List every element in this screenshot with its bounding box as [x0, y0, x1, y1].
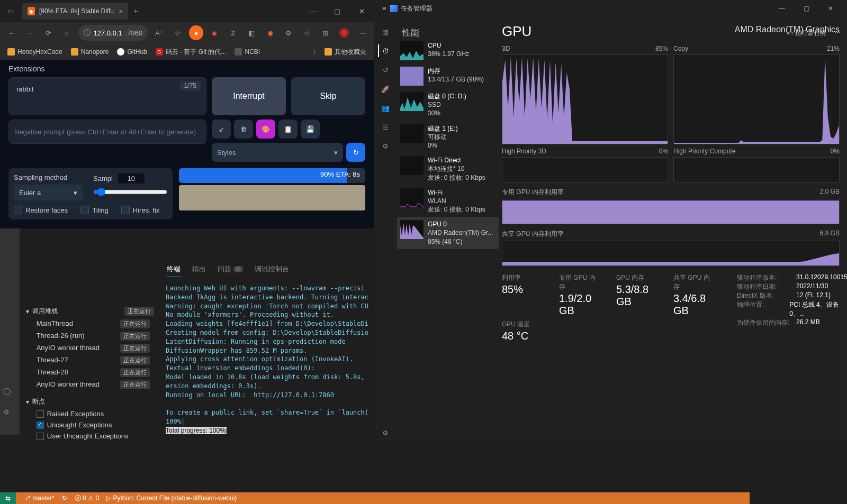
rail-settings-icon[interactable]: ⚙	[379, 426, 392, 439]
trash-tool-icon[interactable]: 🗑	[234, 120, 253, 139]
git-branch[interactable]: ⎇ master*	[23, 494, 55, 502]
tm-close-button[interactable]: ✕	[818, 0, 843, 17]
ext4-icon[interactable]: ◉	[263, 25, 277, 40]
breakpoint-item[interactable]: User Uncaught Exceptions	[26, 430, 154, 442]
tab-terminal[interactable]: 终端	[166, 262, 182, 277]
negative-prompt-input[interactable]: Negative prompt (press Ctrl+Enter or Alt…	[8, 120, 206, 144]
arrow-tool-icon[interactable]: ↙	[212, 120, 231, 139]
new-tab-button[interactable]: ＋	[128, 4, 143, 19]
thread-item[interactable]: Thread-26 (run)正在运行	[26, 330, 154, 342]
steps-value[interactable]: 10	[118, 173, 145, 184]
tm-maximize-button[interactable]: ▢	[794, 0, 818, 17]
tab-output[interactable]: 输出	[191, 262, 207, 277]
thread-item[interactable]: Thread-28正在运行	[26, 366, 154, 379]
bookmark-ncbi[interactable]: NCBI	[231, 47, 263, 57]
rail-history-icon[interactable]: ↺	[379, 63, 392, 76]
breakpoint-item[interactable]: Raised Exceptions	[26, 408, 154, 419]
minimize-button[interactable]: —	[301, 3, 325, 20]
bookmarks-bar: HoneyHexCode Nanopore GitHub G码云 - 基于 Gi…	[0, 43, 374, 60]
sync-icon[interactable]: ↻	[62, 494, 67, 502]
tm-side-Wi-Fi Direct[interactable]: Wi-Fi Direct本地连接* 10发送: 0 接收: 0 Kbps	[397, 153, 499, 185]
bookmark-honeyhexcode[interactable]: HoneyHexCode	[4, 47, 66, 57]
close-button[interactable]: ✕	[349, 3, 374, 20]
home-icon[interactable]: ⌂	[60, 25, 74, 40]
rail-processes-icon[interactable]: ▦	[379, 25, 392, 38]
tm-hamburger-icon[interactable]: ≡	[378, 5, 390, 12]
tm-side-磁盘 0 (C: D:)[interactable]: 磁盘 0 (C: D:)SSD30%	[397, 89, 499, 121]
settings-gear-icon[interactable]: ⚙	[3, 408, 16, 421]
breakpoints-header[interactable]: 断点	[32, 397, 45, 406]
ext5-icon[interactable]: ⚙	[282, 25, 296, 40]
tm-side-GPU 0[interactable]: GPU 0AMD Radeon(TM) Gr...85% (48 °C)	[397, 217, 499, 249]
tm-side-Wi-Fi[interactable]: Wi-FiWLAN发送: 0 接收: 0 Kbps	[397, 185, 499, 217]
hires-checkbox[interactable]	[121, 206, 130, 214]
debug-config-status[interactable]: ▷ Python: Current File (stable-diffusion…	[106, 494, 237, 502]
address-bar[interactable]: ⓘ 127.0.0.1:7860	[78, 25, 148, 41]
menu-icon[interactable]: ⋯	[355, 25, 370, 40]
rail-services-icon[interactable]: ⚙	[379, 140, 392, 152]
rail-performance-icon[interactable]: ⏱	[378, 44, 391, 57]
refresh-styles-icon[interactable]: ↻	[346, 143, 365, 162]
collections-icon[interactable]: ⊞	[318, 25, 332, 40]
favorite-icon[interactable]: ☆	[170, 25, 185, 40]
chevron-down-icon[interactable]: ▾	[26, 308, 29, 315]
ext3-icon[interactable]: ◧	[245, 25, 259, 40]
interrupt-button[interactable]: Interrupt	[212, 77, 286, 115]
tm-side-内存[interactable]: 内存13.4/13.7 GB (98%)	[397, 63, 499, 89]
save-tool-icon[interactable]: 💾	[301, 120, 320, 139]
restore-faces-checkbox[interactable]	[14, 206, 22, 214]
callstack-header[interactable]: 调用堆栈	[32, 307, 58, 316]
thread-item[interactable]: MainThread正在运行	[26, 318, 154, 330]
browser-tab[interactable]: ◆ [90% ETA: 8s] Stable Diffusion ×	[22, 3, 128, 20]
back-icon[interactable]: ←	[4, 25, 19, 40]
thread-item[interactable]: AnyIO worker thread正在运行	[26, 379, 154, 391]
kv-row: 为硬件保留的内存:26.2 MB	[737, 318, 847, 327]
ext1-icon[interactable]: ●	[189, 25, 203, 40]
bookmark-gitee[interactable]: G码云 - 基于 Git 的代...	[152, 47, 230, 58]
tm-side-磁盘 1 (E:)[interactable]: 磁盘 1 (E:)可移动0%	[397, 121, 499, 153]
skip-button[interactable]: Skip	[291, 77, 365, 115]
rail-details-icon[interactable]: ☰	[379, 121, 392, 133]
tm-more-icon[interactable]: ⋯	[834, 29, 841, 36]
art-tool-icon[interactable]: 🎨	[256, 120, 275, 139]
favorites-icon[interactable]: ☆	[300, 25, 314, 40]
chevron-down-icon[interactable]: ▾	[26, 398, 29, 406]
extensions-label[interactable]: Extensions	[8, 60, 365, 77]
svg-marker-5	[502, 200, 839, 224]
thread-item[interactable]: AnyIO worker thread正在运行	[26, 342, 154, 354]
info-icon[interactable]: ⓘ	[84, 28, 91, 38]
tab-debug-console[interactable]: 调试控制台	[254, 262, 290, 277]
read-aloud-icon[interactable]: A⁺	[152, 25, 166, 40]
tab-problems[interactable]: 问题8	[217, 262, 244, 277]
prompt-input[interactable]: rabbit 1/75	[8, 77, 206, 115]
clipboard-tool-icon[interactable]: 📋	[278, 120, 298, 139]
account-icon[interactable]: ◯	[3, 387, 16, 400]
terminal-output[interactable]: Launching Web UI with arguments: --lowvr…	[160, 280, 374, 435]
umbrella-icon[interactable]	[337, 25, 351, 40]
debug-panel: ▾调用堆栈正在运行 MainThread正在运行Thread-26 (run)正…	[20, 228, 160, 435]
chart-dedicated-mem	[502, 199, 840, 224]
remote-icon[interactable]: ⇆	[0, 492, 16, 504]
refresh-icon[interactable]: ⟳	[41, 25, 56, 40]
rail-users-icon[interactable]: 👥	[379, 102, 392, 114]
tm-minimize-button[interactable]: —	[770, 0, 794, 17]
maximize-button[interactable]: ▢	[325, 3, 349, 20]
tiling-checkbox[interactable]	[80, 206, 89, 214]
thread-item[interactable]: Thread-27正在运行	[26, 354, 154, 366]
run-new-task-button[interactable]: ▭ 运行新任务	[788, 29, 827, 38]
overflow-icon[interactable]: 〉	[313, 48, 319, 57]
ext2-icon[interactable]: ◆	[208, 25, 222, 40]
other-favorites[interactable]: 其他收藏夹	[321, 47, 370, 58]
styles-select[interactable]: Styles▾	[212, 143, 343, 162]
zotero-icon[interactable]: Z	[226, 25, 240, 40]
breakpoint-item[interactable]: Uncaught Exceptions	[26, 419, 154, 430]
steps-slider[interactable]	[93, 188, 167, 196]
problems-status[interactable]: ⓧ 8 ⚠ 0	[75, 494, 99, 503]
bookmark-nanopore[interactable]: Nanopore	[68, 47, 112, 57]
tab-actions-icon[interactable]: ▭	[3, 4, 18, 19]
sampler-select[interactable]: Euler a▾	[14, 185, 83, 200]
bookmark-github[interactable]: GitHub	[114, 47, 150, 57]
browser-titlebar: ▭ ◆ [90% ETA: 8s] Stable Diffusion × ＋ —…	[0, 0, 374, 22]
tab-close-icon[interactable]: ×	[119, 7, 123, 15]
rail-startup-icon[interactable]: 🚀	[379, 83, 392, 95]
